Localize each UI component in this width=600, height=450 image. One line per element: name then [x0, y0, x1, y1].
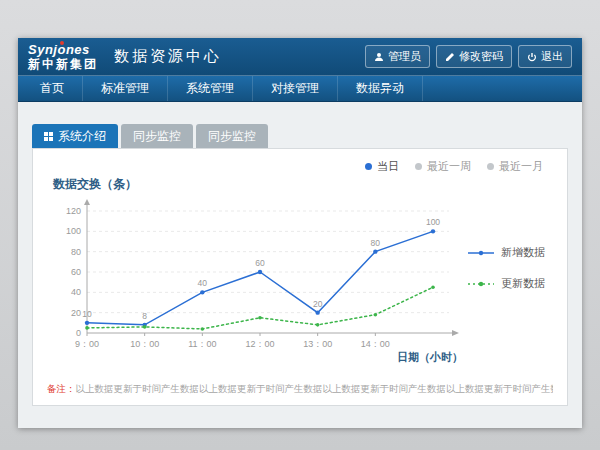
dot-icon [487, 163, 494, 170]
svg-text:0: 0 [76, 328, 81, 338]
nav-item-data-change[interactable]: 数据异动 [338, 76, 423, 101]
company-name: 新中新集团 [28, 58, 98, 70]
series-legend-label: 更新数据 [501, 276, 545, 291]
power-icon [527, 52, 537, 62]
svg-text:11：00: 11：00 [188, 339, 216, 349]
tab-system-intro[interactable]: 系统介绍 [32, 124, 118, 148]
admin-button[interactable]: 管理员 [365, 45, 430, 68]
app-title: 数据资源中心 [114, 47, 222, 66]
remark-text: 以上数据更新于时间产生数据以上数据更新于时间产生数据以上数据更新于时间产生数据以… [76, 383, 554, 394]
svg-text:13：00: 13：00 [303, 339, 332, 349]
svg-text:20: 20 [71, 308, 81, 318]
content-card: 当日 最近一周 最近一月 数据交换（条） 0204060801001209：00… [32, 148, 568, 406]
series-legend-label: 新增数据 [501, 245, 545, 260]
tab-label: 系统介绍 [58, 128, 106, 145]
series-legend-item[interactable]: 新增数据 [467, 245, 551, 260]
page-content: 系统介绍 同步监控 同步监控 当日 最近一周 [18, 102, 582, 428]
nav-item-system-mgmt[interactable]: 系统管理 [168, 76, 253, 101]
filter-last-month[interactable]: 最近一月 [487, 159, 543, 174]
nav-item-home[interactable]: 首页 [22, 76, 83, 101]
change-password-label: 修改密码 [459, 49, 503, 64]
svg-text:日期（小时）: 日期（小时） [397, 351, 463, 364]
logo-text: Synjones [28, 43, 98, 56]
nav-item-standard-mgmt[interactable]: 标准管理 [83, 76, 168, 101]
svg-text:12：00: 12：00 [245, 339, 274, 349]
user-icon [374, 52, 384, 62]
svg-text:80: 80 [71, 247, 81, 257]
filter-today[interactable]: 当日 [365, 159, 399, 174]
svg-text:10: 10 [82, 309, 92, 319]
nav-item-connection-mgmt[interactable]: 对接管理 [253, 76, 338, 101]
admin-label: 管理员 [388, 49, 421, 64]
period-filters: 当日 最近一周 最近一月 [47, 159, 553, 174]
filter-label: 最近一周 [427, 159, 471, 174]
tab-label: 同步监控 [133, 128, 181, 145]
brand-logo: Synjones 新中新集团 [28, 43, 98, 70]
svg-text:8: 8 [142, 311, 147, 321]
svg-text:40: 40 [198, 278, 208, 288]
edit-icon [445, 52, 455, 62]
legend-line-sample-icon [467, 248, 495, 258]
svg-text:100: 100 [426, 217, 440, 227]
series-legend: 新增数据更新数据 [467, 197, 551, 367]
filter-label: 当日 [377, 159, 399, 174]
top-header: Synjones 新中新集团 数据资源中心 管理员 修改密码 退出 [18, 38, 582, 75]
remark-label: 备注： [47, 383, 76, 394]
svg-text:14：00: 14：00 [361, 339, 390, 349]
svg-text:100: 100 [66, 226, 81, 236]
tab-bar: 系统介绍 同步监控 同步监控 [32, 124, 568, 148]
series-legend-item[interactable]: 更新数据 [467, 276, 551, 291]
y-axis-title: 数据交换（条） [53, 176, 553, 193]
filter-label: 最近一月 [499, 159, 543, 174]
remark: 备注：以上数据更新于时间产生数据以上数据更新于时间产生数据以上数据更新于时间产生… [47, 383, 553, 396]
svg-text:40: 40 [71, 287, 81, 297]
dot-icon [415, 163, 422, 170]
dot-icon [365, 163, 372, 170]
svg-text:60: 60 [71, 267, 81, 277]
logout-label: 退出 [541, 49, 563, 64]
tab-label: 同步监控 [208, 128, 256, 145]
svg-text:9：00: 9：00 [75, 339, 99, 349]
svg-text:120: 120 [66, 206, 81, 216]
tab-sync-monitor-2[interactable]: 同步监控 [196, 124, 268, 148]
change-password-button[interactable]: 修改密码 [436, 45, 512, 68]
chart-area: 0204060801001209：0010：0011：0012：0013：001… [47, 197, 553, 367]
filter-last-week[interactable]: 最近一周 [415, 159, 471, 174]
main-nav: 首页 标准管理 系统管理 对接管理 数据异动 [18, 75, 582, 102]
logo-dot-icon [60, 41, 64, 45]
line-chart: 0204060801001209：0010：0011：0012：0013：001… [47, 197, 467, 367]
svg-text:10：00: 10：00 [130, 339, 159, 349]
app-window: Synjones 新中新集团 数据资源中心 管理员 修改密码 退出 首页 标准管… [18, 38, 582, 428]
grid-icon [44, 132, 53, 141]
svg-text:80: 80 [371, 238, 381, 248]
svg-text:60: 60 [255, 258, 265, 268]
user-actions: 管理员 修改密码 退出 [365, 45, 572, 68]
svg-text:20: 20 [313, 299, 323, 309]
logout-button[interactable]: 退出 [518, 45, 572, 68]
tab-sync-monitor-1[interactable]: 同步监控 [121, 124, 193, 148]
legend-line-sample-icon [467, 279, 495, 289]
